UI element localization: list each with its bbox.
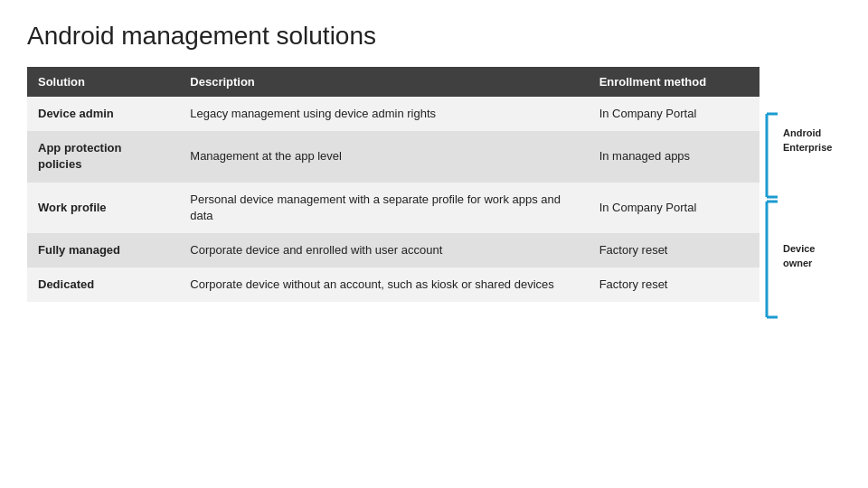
table-row: DedicatedCorporate device without an acc… — [27, 267, 760, 302]
enterprise-bracket: Android Enterprise — [767, 114, 832, 197]
page-title: Android management solutions — [27, 22, 841, 51]
header-description: Description — [179, 67, 588, 97]
cell-description: Corporate device and enrolled with user … — [179, 233, 588, 267]
cell-description: Legacy management using device admin rig… — [179, 97, 588, 131]
page: Android management solutions Solution De… — [0, 0, 868, 488]
device-owner-bracket: Device owner — [767, 202, 815, 317]
svg-text:owner: owner — [783, 258, 813, 268]
cell-description: Management at the app level — [179, 131, 588, 182]
cell-enrollment: In Company Portal — [589, 97, 760, 131]
cell-description: Corporate device without an account, suc… — [179, 267, 588, 302]
cell-solution: Work profile — [27, 183, 179, 233]
svg-text:Enterprise: Enterprise — [783, 142, 832, 153]
solutions-table: Solution Description Enrollment method D… — [27, 67, 760, 302]
table-row: App protection policiesManagement at the… — [27, 131, 760, 182]
cell-enrollment: In Company Portal — [589, 183, 760, 233]
header-solution: Solution — [27, 67, 179, 97]
header-enrollment: Enrollment method — [589, 67, 760, 97]
cell-solution: Fully managed — [27, 233, 179, 267]
table-row: Fully managedCorporate device and enroll… — [27, 233, 760, 267]
svg-text:Device: Device — [783, 243, 815, 254]
svg-text:Android: Android — [783, 127, 821, 138]
cell-description: Personal device management with a separa… — [179, 183, 588, 233]
table-row: Device adminLegacy management using devi… — [27, 97, 760, 131]
cell-solution: Dedicated — [27, 267, 179, 302]
cell-enrollment: In managed apps — [589, 131, 760, 182]
cell-solution: Device admin — [27, 97, 179, 131]
table-wrapper: Solution Description Enrollment method D… — [27, 67, 760, 302]
cell-enrollment: Factory reset — [589, 233, 760, 267]
cell-solution: App protection policies — [27, 131, 179, 182]
brackets-svg: Android Enterprise Device owner — [760, 109, 841, 417]
table-header-row: Solution Description Enrollment method — [27, 67, 760, 97]
table-row: Work profilePersonal device management w… — [27, 183, 760, 233]
cell-enrollment: Factory reset — [589, 267, 760, 302]
